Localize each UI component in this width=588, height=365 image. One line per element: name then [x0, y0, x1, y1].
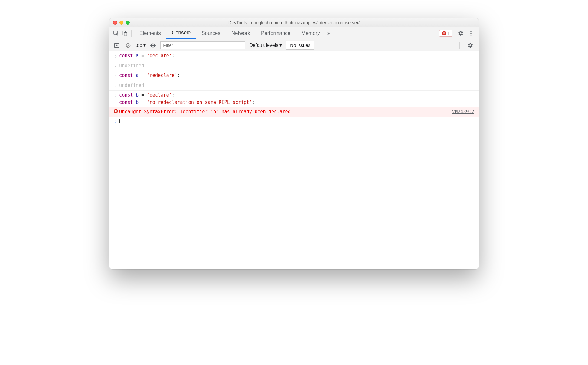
console-row-content: const a = 'redeclare'; — [119, 72, 475, 79]
toolbar-divider — [459, 42, 460, 49]
console-input[interactable] — [119, 118, 475, 125]
svg-point-4 — [470, 33, 472, 34]
error-icon — [442, 31, 446, 35]
output-chevron-icon: ‹ — [113, 82, 119, 90]
output-chevron-icon: ‹ — [113, 62, 119, 70]
window-title: DevTools - googlechrome.github.io/sample… — [109, 20, 479, 25]
kebab-menu-button[interactable] — [466, 28, 476, 38]
error-source-link[interactable]: VM2439:2 — [452, 108, 475, 116]
console-settings-button[interactable] — [465, 40, 475, 51]
clear-console-icon[interactable] — [124, 41, 132, 50]
console-row: ‹undefined — [109, 61, 479, 71]
error-icon — [113, 108, 119, 113]
code-token-muted: undefined — [119, 83, 144, 88]
tab-network[interactable]: Network — [226, 27, 256, 39]
code-token-kw: const — [119, 53, 133, 58]
prompt-chevron-icon: › — [113, 118, 119, 126]
console-row: ›const a = 'redeclare'; — [109, 71, 479, 81]
code-token-op: ; — [172, 53, 175, 58]
code-token-ident: b — [136, 92, 139, 98]
tab-label: Network — [231, 30, 250, 36]
code-token-ident: a — [136, 53, 139, 58]
code-token-op: = — [141, 73, 144, 78]
main-toolbar: ElementsConsoleSourcesNetworkPerformance… — [109, 27, 479, 39]
device-toggle-icon[interactable] — [120, 29, 129, 38]
console-row: ›const b = 'declare'; const b = 'no rede… — [109, 91, 479, 107]
devtools-window: DevTools - googlechrome.github.io/sample… — [109, 18, 479, 269]
tab-label: Sources — [201, 30, 220, 36]
issues-button[interactable]: No Issues — [286, 41, 314, 50]
chevron-down-icon: ▾ — [143, 42, 146, 48]
tab-label: Memory — [301, 30, 320, 36]
tab-console[interactable]: Console — [166, 27, 196, 39]
console-row: ‹undefined — [109, 81, 479, 91]
code-token-op: ; — [177, 73, 180, 78]
code-token-kw: const — [119, 100, 133, 105]
tab-performance[interactable]: Performance — [256, 27, 296, 39]
code-token-muted: undefined — [119, 63, 144, 68]
input-chevron-icon: › — [113, 72, 119, 80]
live-expression-icon[interactable] — [149, 41, 157, 50]
svg-point-5 — [470, 35, 472, 36]
tab-memory[interactable]: Memory — [296, 27, 325, 39]
text-cursor — [119, 119, 120, 123]
code-token-str: 'no redeclaration on same REPL script' — [147, 100, 252, 105]
context-label: top — [136, 43, 142, 48]
input-chevron-icon: › — [113, 92, 119, 100]
tab-sources[interactable]: Sources — [196, 27, 226, 39]
code-token-ident: b — [136, 100, 139, 105]
settings-button[interactable] — [456, 28, 466, 38]
inspect-element-icon[interactable] — [112, 29, 120, 38]
tab-label: Performance — [261, 30, 290, 36]
toolbar-divider — [131, 30, 132, 37]
titlebar: DevTools - googlechrome.github.io/sample… — [109, 18, 479, 27]
console-row: ›const a = 'declare'; — [109, 51, 479, 61]
code-token-op: ; — [172, 92, 175, 98]
console-row: › — [109, 117, 479, 127]
code-token-ident: a — [136, 73, 139, 78]
log-levels-selector[interactable]: Default levels ▾ — [248, 42, 283, 48]
console-row-content: const a = 'declare'; — [119, 52, 475, 60]
code-token-op: ; — [252, 100, 255, 105]
console-row-content: undefined — [119, 62, 475, 70]
code-token-kw: const — [119, 92, 133, 98]
code-token-kw: const — [119, 73, 133, 78]
issues-label: No Issues — [290, 43, 310, 48]
console-row-content: const b = 'declare'; const b = 'no redec… — [119, 92, 475, 106]
code-token-op: = — [141, 100, 144, 105]
tab-elements[interactable]: Elements — [134, 27, 166, 39]
console-filterbar: top ▾ Default levels ▾ No Issues — [109, 39, 479, 51]
context-selector[interactable]: top ▾ — [136, 42, 146, 48]
more-tabs-icon[interactable]: » — [325, 30, 333, 36]
code-token-str: 'redeclare' — [147, 73, 178, 78]
filter-input[interactable] — [160, 41, 245, 49]
console-row-content: Uncaught SyntaxError: Identifier 'b' has… — [119, 108, 452, 116]
chevron-down-icon: ▾ — [279, 42, 282, 48]
console-body[interactable]: ›const a = 'declare';‹undefined›const a … — [109, 51, 479, 269]
svg-rect-2 — [124, 32, 127, 36]
console-row-content: undefined — [119, 82, 475, 89]
levels-label: Default levels — [249, 43, 278, 48]
code-token-str: 'declare' — [147, 92, 172, 98]
console-row: Uncaught SyntaxError: Identifier 'b' has… — [109, 107, 479, 117]
panel-tabs: ElementsConsoleSourcesNetworkPerformance… — [134, 27, 325, 39]
code-token-op: = — [141, 92, 144, 98]
svg-point-3 — [470, 31, 472, 32]
error-count: 1 — [447, 31, 450, 36]
tab-label: Elements — [139, 30, 161, 36]
toggle-sidebar-icon[interactable] — [113, 41, 121, 50]
error-count-pill[interactable]: 1 — [439, 30, 452, 37]
code-token-str: 'declare' — [147, 53, 172, 58]
input-chevron-icon: › — [113, 52, 119, 60]
code-token-op: = — [141, 53, 144, 58]
tab-label: Console — [172, 30, 191, 36]
